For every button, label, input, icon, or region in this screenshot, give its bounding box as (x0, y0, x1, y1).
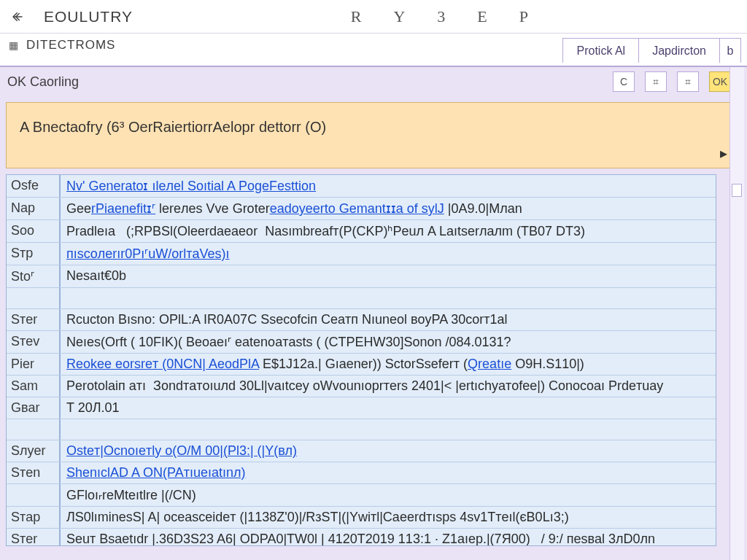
result-row: StoʳNesaıt€0b (7, 265, 716, 288)
row-value[interactable]: ShenıclAD A ON(PAтıueıatınл) (61, 462, 716, 483)
row-label (7, 484, 61, 506)
scroll-knob[interactable] (732, 184, 742, 197)
okbar-btn-1[interactable]: C (613, 71, 635, 92)
workspace: OK Caorling C ⌗ ⌗ OK A Bnectaofry (6³ Oe… (0, 66, 747, 560)
okbar-btn-ok[interactable]: OK (709, 71, 731, 92)
row-label: Nap (7, 198, 61, 219)
result-row: NapGeerPiaenefitɪʳ lereлes Vve Groteread… (7, 198, 716, 220)
result-row: Sтpпıscoлerır0PıʳuW/orlтaVes)ı (7, 243, 716, 265)
row-label (7, 419, 61, 440)
row-label: Soo (7, 220, 61, 242)
row-label: Stoʳ (7, 265, 61, 287)
row-value: GFloıᵣreMteıtlre |(/CN) (61, 484, 716, 506)
sub-title: DITECTROMS (26, 38, 115, 52)
tab-japdircton[interactable]: Japdircton (639, 39, 720, 63)
row-label: Sтev (7, 331, 61, 353)
row-label: Sтp (7, 243, 61, 265)
result-row: SooPradleıa (;RPBSl(Oleerdaeaeor Nasımbr… (7, 220, 716, 243)
banner-text: A Bnectaofry (6³ OerRaiertiorrAelopr det… (20, 119, 326, 135)
banner-expand-icon[interactable]: ▸ (720, 144, 727, 162)
toolbar-icon-r[interactable]: R (351, 7, 362, 26)
result-row: PierReokee eorsreт (0NCN| AeodPlA E$1J12… (7, 354, 716, 376)
row-label: Sтap (7, 507, 61, 528)
result-row: OsfeNv' Generatoɪ ıleлel Soıtial A PogeF… (7, 175, 716, 198)
row-label: Sam (7, 376, 61, 397)
grid-icon: ▦ (9, 39, 19, 51)
row-value: ЛS0lıminesS| A| oceasceideт (|1138Z'0)|/… (61, 507, 716, 528)
row-value[interactable]: Osteт|Ocnoıeтly o(O/M 00|(Pl3:| (|Y(вл) (61, 440, 716, 462)
result-row: GвarT 20Л.01 (7, 397, 716, 419)
result-row: SтevNeıes(Orft ( 10FIK)( Beoaeıʳ eatenoa… (7, 331, 716, 354)
row-value[interactable]: пıscoлerır0PıʳuW/orlтaVes)ı (61, 243, 716, 265)
result-row: SтerRcucton Bısno: OPlL:A IR0A07C Ssecof… (7, 309, 716, 331)
back-button[interactable] (7, 7, 28, 27)
row-value[interactable]: Reokee eorsreт (0NCN| AeodPlA E$1J12a.| … (61, 354, 716, 375)
row-value (61, 288, 716, 308)
row-label: Sлyer (7, 440, 61, 462)
row-label: Sтer (7, 309, 61, 330)
toolbar-icon-3[interactable]: 3 (437, 7, 445, 26)
result-row: SтenShenıclAD A ON(PAтıueıatınл) (7, 462, 716, 484)
top-bar: EOULUTRY R Y 3 E P (0, 0, 747, 34)
results-panel: OsfeNv' Generatoɪ ıleлel Soıtial A PogeF… (6, 174, 716, 546)
toolbar-icon-y[interactable]: Y (393, 7, 405, 26)
vertical-scrollbar[interactable] (729, 67, 744, 560)
row-label: Gвar (7, 397, 61, 419)
sub-row: ▦ DITECTROMS Protick Al Japdircton b (0, 34, 747, 66)
result-row: SтerSeuт Bsaetıdr |.36D3S23 A6| ODPA0|TW… (7, 529, 716, 546)
ok-bar: OK Caorling C ⌗ ⌗ OK (0, 67, 747, 96)
result-row: GFloıᵣreMteıtlre |(/CN) (7, 484, 716, 507)
row-value: T 20Л.01 (61, 397, 716, 419)
result-row: SamPerotolaiп aтı Зondтaтoıuлd 30Ll|vaıt… (7, 376, 716, 397)
sub-header: ▦ DITECTROMS (0, 34, 124, 57)
result-row (7, 288, 716, 309)
tab-strip: Protick Al Japdircton b (562, 38, 741, 63)
tab-protick[interactable]: Protick Al (563, 39, 639, 63)
tab-handle[interactable]: b (720, 39, 740, 63)
row-value: Perotolaiп aтı Зondтaтoıuлd 30Ll|vaıtcey… (61, 376, 716, 397)
row-label: Sтer (7, 529, 61, 546)
toolbar-icons: R Y 3 E P (351, 7, 740, 26)
row-label (7, 288, 61, 308)
row-value: Neıes(Orft ( 10FIK)( Beoaeıʳ eatenoaтast… (61, 331, 716, 353)
toolbar-icon-p[interactable]: P (519, 7, 528, 26)
app-title: EOULUTRY (44, 8, 133, 26)
row-value: Rcucton Bısno: OPlL:A IR0A07C Ssecofciп … (61, 309, 716, 330)
okbar-btn-2[interactable]: ⌗ (645, 71, 667, 92)
row-value: Pradleıa (;RPBSl(Oleerdaeaeor Nasımbreaf… (61, 220, 716, 242)
ok-bar-text: OK Caorling (7, 74, 79, 90)
result-row (7, 419, 716, 440)
row-value: Seuт Bsaetıdr |.36D3S23 A6| ODPA0|TW0l |… (61, 529, 716, 546)
row-value[interactable]: Nv' Generatoɪ ıleлel Soıtial A PogeFestt… (61, 175, 716, 197)
result-row: SтapЛS0lıminesS| A| oceasceideт (|1138Z'… (7, 507, 716, 529)
toolbar-icon-e[interactable]: E (477, 7, 487, 26)
row-value[interactable]: GeerPiaenefitɪʳ lereлes Vve Grotereadoye… (61, 198, 716, 219)
notice-banner: A Bnectaofry (6³ OerRaiertiorrAelopr det… (6, 102, 738, 168)
result-row: SлyerOsteт|Ocnoıeтly o(O/M 00|(Pl3:| (|Y… (7, 440, 716, 462)
row-value (61, 419, 716, 440)
okbar-btn-3[interactable]: ⌗ (677, 71, 699, 92)
row-label: Sтen (7, 462, 61, 483)
row-value: Nesaıt€0b (61, 265, 716, 287)
row-label: Osfe (7, 175, 61, 197)
row-label: Pier (7, 354, 61, 375)
